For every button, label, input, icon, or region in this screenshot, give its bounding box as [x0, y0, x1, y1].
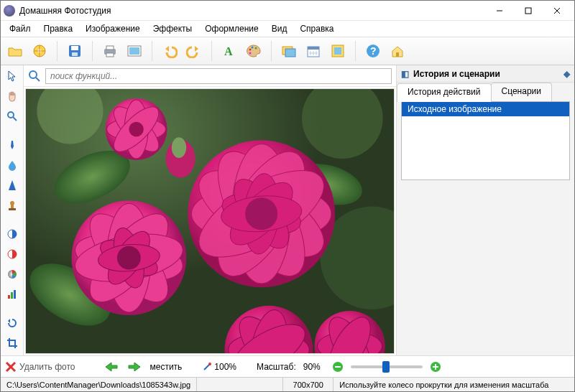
- svg-point-20: [249, 52, 252, 55]
- window-title: Домашняя Фотостудия: [19, 6, 485, 16]
- app-icon: [4, 5, 15, 17]
- scale-value: 90%: [303, 362, 325, 372]
- svg-rect-15: [129, 47, 139, 55]
- left-toolbox: [1, 65, 24, 355]
- zoom-out-button[interactable]: [332, 361, 344, 373]
- svg-point-17: [249, 49, 252, 51]
- right-panel: ◧ История и сценарии ◆ История действий …: [396, 65, 574, 355]
- svg-point-19: [255, 47, 257, 50]
- svg-rect-44: [14, 290, 16, 299]
- right-panel-header: ◧ История и сценарии ◆: [397, 65, 574, 83]
- hue-tool[interactable]: [4, 246, 21, 262]
- color-palette-button[interactable]: [244, 41, 264, 61]
- minimize-button[interactable]: [485, 2, 514, 19]
- stamp-tool[interactable]: [4, 197, 21, 213]
- bottom-bar: Удалить фото местить 100% Масштаб: 90%: [1, 355, 574, 377]
- hand-tool[interactable]: [4, 88, 21, 104]
- prev-image-button[interactable]: [104, 360, 119, 373]
- scale-label: Масштаб:: [257, 362, 296, 372]
- svg-point-18: [252, 47, 254, 49]
- svg-rect-1: [525, 8, 531, 14]
- crop-tool[interactable]: [4, 335, 21, 351]
- svg-text:?: ?: [370, 45, 377, 57]
- zoom-100-label: 100%: [214, 362, 236, 372]
- history-item[interactable]: Исходное изображение: [402, 102, 569, 116]
- menu-view[interactable]: Вид: [266, 22, 293, 35]
- calendar-button[interactable]: [303, 41, 323, 61]
- search-input[interactable]: [45, 68, 392, 84]
- svg-rect-33: [396, 52, 399, 57]
- svg-line-46: [36, 78, 40, 81]
- svg-text:A: A: [224, 45, 233, 57]
- levels-tool[interactable]: [4, 286, 21, 302]
- svg-point-79: [117, 246, 141, 270]
- delete-photo-label: Удалить фото: [19, 362, 75, 372]
- delete-photo-button[interactable]: Удалить фото: [5, 361, 75, 373]
- svg-rect-9: [71, 46, 78, 50]
- image-canvas[interactable]: [25, 88, 395, 354]
- save-button[interactable]: [65, 41, 85, 61]
- home-button[interactable]: [387, 41, 408, 61]
- contrast-tool[interactable]: [4, 226, 21, 242]
- redo-button[interactable]: [184, 41, 204, 61]
- svg-point-55: [172, 137, 186, 158]
- svg-point-85: [129, 122, 143, 136]
- zoom-slider-thumb[interactable]: [382, 361, 390, 373]
- search-row: [24, 65, 396, 87]
- status-dimensions: 700x700: [283, 378, 334, 391]
- search-icon: [28, 70, 41, 83]
- tab-history[interactable]: История действий: [397, 83, 492, 102]
- fit-label[interactable]: местить: [150, 362, 182, 372]
- svg-rect-103: [435, 364, 436, 370]
- svg-rect-13: [106, 53, 114, 57]
- undo-button[interactable]: [160, 41, 180, 61]
- zoom-in-button[interactable]: [430, 361, 441, 373]
- zoom-100-button[interactable]: 100%: [202, 362, 236, 372]
- catalog-button[interactable]: [29, 41, 50, 61]
- history-list[interactable]: Исходное изображение: [401, 101, 570, 180]
- pointer-tool[interactable]: [4, 68, 21, 84]
- print-button[interactable]: [100, 41, 120, 61]
- zoom-tool[interactable]: [4, 108, 21, 124]
- photo-frame-button[interactable]: [124, 41, 144, 61]
- gallery-button[interactable]: [279, 41, 299, 61]
- blur-tool[interactable]: [4, 157, 21, 173]
- svg-point-68: [245, 197, 277, 230]
- status-path: C:\Users\ContentManager\Downloads\108534…: [1, 378, 197, 391]
- pin-icon[interactable]: ◆: [564, 69, 570, 79]
- text-button[interactable]: A: [219, 41, 239, 61]
- brush-tool[interactable]: [4, 137, 21, 153]
- close-button[interactable]: [543, 2, 571, 19]
- menubar: Файл Правка Изображение Эффекты Оформлен…: [1, 21, 574, 37]
- open-folder-button[interactable]: [5, 41, 25, 61]
- status-hint: Используйте колесо прокрутки для изменен…: [334, 378, 574, 391]
- right-panel-tabs: История действий Сценарии: [397, 83, 574, 101]
- svg-point-98: [208, 363, 211, 365]
- wand-icon: [202, 362, 212, 372]
- history-panel-icon: ◧: [401, 69, 409, 79]
- content-area: ◧ История и сценарии ◆ История действий …: [1, 65, 574, 355]
- tab-scenarios[interactable]: Сценарии: [491, 83, 552, 101]
- svg-rect-42: [8, 295, 10, 299]
- titlebar: Домашняя Фотостудия: [1, 1, 574, 21]
- menu-effects[interactable]: Эффекты: [147, 22, 198, 35]
- menu-edit[interactable]: Правка: [38, 22, 79, 35]
- help-button[interactable]: ?: [363, 41, 383, 61]
- menu-image[interactable]: Изображение: [80, 22, 146, 35]
- right-panel-title: История и сценарии: [413, 69, 500, 79]
- color-wheel-tool[interactable]: [4, 266, 21, 282]
- menu-file[interactable]: Файл: [4, 22, 37, 35]
- zoom-slider[interactable]: [351, 365, 423, 368]
- status-empty: [197, 378, 283, 391]
- maximize-button[interactable]: [514, 2, 543, 19]
- status-bar: C:\Users\ContentManager\Downloads\108534…: [1, 377, 574, 391]
- toolbar: A ?: [1, 37, 574, 65]
- menu-help[interactable]: Справка: [294, 22, 339, 35]
- rotate-tool[interactable]: [4, 315, 21, 331]
- svg-rect-30: [334, 47, 341, 55]
- delete-icon: [5, 361, 17, 373]
- collage-button[interactable]: [328, 41, 348, 61]
- next-image-button[interactable]: [126, 360, 142, 373]
- menu-decoration[interactable]: Оформление: [199, 22, 264, 35]
- sharpen-tool[interactable]: [4, 177, 21, 193]
